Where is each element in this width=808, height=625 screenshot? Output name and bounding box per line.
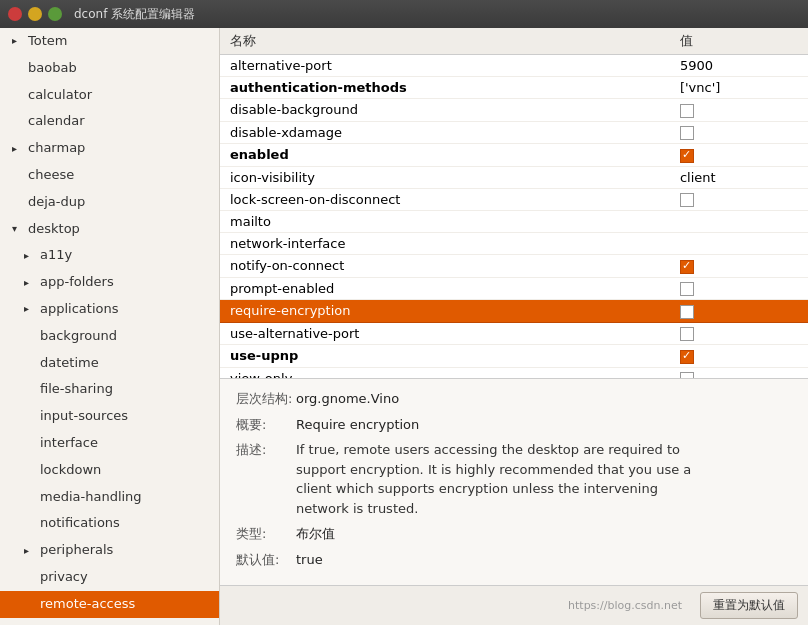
table-row[interactable]: prompt-enabled [220,277,808,300]
sidebar-item-notifications[interactable]: notifications [0,510,219,537]
sidebar-item-label: charmap [28,138,85,159]
setting-value [670,277,808,300]
sidebar: ▸Totembaobabcalculatorcalendar▸charmapch… [0,28,220,625]
sidebar-item-calculator[interactable]: calculator [0,82,219,109]
checkbox-unchecked-icon [680,193,694,207]
close-button[interactable] [8,7,22,21]
sidebar-item-media-handling[interactable]: media-handling [0,484,219,511]
setting-name: view-only [220,367,670,378]
default-value: true [296,550,323,570]
desc-label: 描述: [236,440,296,518]
maximize-button[interactable] [48,7,62,21]
default-row: 默认值: true [236,550,792,570]
col-value-header: 值 [670,28,808,55]
table-row[interactable]: use-upnp [220,345,808,368]
sidebar-item-input-sources[interactable]: input-sources [0,403,219,430]
checkbox-unchecked-icon [680,126,694,140]
minimize-button[interactable] [28,7,42,21]
checkbox-checked-icon [680,350,694,364]
setting-value [670,188,808,211]
sidebar-item-totem[interactable]: ▸Totem [0,28,219,55]
sidebar-item-deja-dup[interactable]: deja-dup [0,189,219,216]
table-row[interactable]: require-encryption [220,300,808,323]
sidebar-item-applications[interactable]: ▸applications [0,296,219,323]
table-row[interactable]: notify-on-connect [220,255,808,278]
table-row[interactable]: view-only [220,367,808,378]
sidebar-item-label: lockdown [40,460,101,481]
sidebar-item-app-folders[interactable]: ▸app-folders [0,269,219,296]
reset-default-button[interactable]: 重置为默认值 [700,592,798,619]
table-row[interactable]: alternative-port5900 [220,55,808,77]
expand-arrow-icon: ▸ [24,275,36,291]
table-row[interactable]: icon-visibilityclient [220,166,808,188]
sidebar-item-label: interface [40,433,98,454]
sidebar-item-label: baobab [28,58,77,79]
schema-row: 层次结构: org.gnome.Vino [236,389,792,409]
settings-table: 名称 值 alternative-port5900authentication-… [220,28,808,378]
table-row[interactable]: disable-background [220,99,808,122]
setting-name: prompt-enabled [220,277,670,300]
setting-value [670,255,808,278]
sidebar-item-label: cheese [28,165,74,186]
sidebar-item-label: deja-dup [28,192,85,213]
sidebar-item-cheese[interactable]: cheese [0,162,219,189]
sidebar-item-peripherals[interactable]: ▸peripherals [0,537,219,564]
sidebar-item-privacy[interactable]: privacy [0,564,219,591]
summary-row: 概要: Require encryption [236,415,792,435]
table-row[interactable]: network-interface [220,233,808,255]
details-panel: 层次结构: org.gnome.Vino 概要: Require encrypt… [220,378,808,585]
sidebar-item-label: background [40,326,117,347]
sidebar-item-charmap[interactable]: ▸charmap [0,135,219,162]
setting-value [670,99,808,122]
setting-value [670,211,808,233]
sidebar-item-label: Totem [28,31,67,52]
table-area: 名称 值 alternative-port5900authentication-… [220,28,808,378]
sidebar-item-label: notifications [40,513,120,534]
sidebar-item-label: calculator [28,85,92,106]
expand-arrow-icon: ▸ [24,301,36,317]
schema-value: org.gnome.Vino [296,389,399,409]
expand-arrow-icon: ▸ [24,543,36,559]
sidebar-item-file-sharing[interactable]: file-sharing [0,376,219,403]
bottom-bar: https://blog.csdn.net 重置为默认值 [220,585,808,625]
table-row[interactable]: authentication-methods['vnc'] [220,77,808,99]
table-row[interactable]: use-alternative-port [220,322,808,345]
table-row[interactable]: mailto [220,211,808,233]
sidebar-item-remote-access[interactable]: remote-access [0,591,219,618]
setting-value [670,121,808,144]
setting-value [670,367,808,378]
table-row[interactable]: lock-screen-on-disconnect [220,188,808,211]
setting-name: alternative-port [220,55,670,77]
desc-value: If true, remote users accessing the desk… [296,440,696,518]
sidebar-item-lockdown[interactable]: lockdown [0,457,219,484]
sidebar-item-datetime[interactable]: datetime [0,350,219,377]
type-row: 类型: 布尔值 [236,524,792,544]
sidebar-item-calendar[interactable]: calendar [0,108,219,135]
setting-name: lock-screen-on-disconnect [220,188,670,211]
schema-label: 层次结构: [236,389,296,409]
setting-name: use-alternative-port [220,322,670,345]
sidebar-item-baobab[interactable]: baobab [0,55,219,82]
window-title: dconf 系统配置编辑器 [74,6,195,23]
setting-name: require-encryption [220,300,670,323]
summary-label: 概要: [236,415,296,435]
table-row[interactable]: enabled [220,144,808,167]
sidebar-item-a11y[interactable]: ▸a11y [0,242,219,269]
content-panel: 名称 值 alternative-port5900authentication-… [220,28,808,625]
expand-arrow-icon: ▾ [12,221,24,237]
setting-name: enabled [220,144,670,167]
setting-value [670,322,808,345]
sidebar-item-label: media-handling [40,487,142,508]
desc-row: 描述: If true, remote users accessing the … [236,440,792,518]
sidebar-item-desktop[interactable]: ▾desktop [0,216,219,243]
checkbox-unchecked-icon [680,282,694,296]
sidebar-item-screensaver[interactable]: screensaver [0,618,219,625]
checkbox-checked-icon [680,260,694,274]
sidebar-item-interface[interactable]: interface [0,430,219,457]
sidebar-item-background[interactable]: background [0,323,219,350]
expand-arrow-icon: ▸ [24,248,36,264]
setting-name: disable-xdamage [220,121,670,144]
table-row[interactable]: disable-xdamage [220,121,808,144]
setting-value [670,233,808,255]
setting-value [670,144,808,167]
